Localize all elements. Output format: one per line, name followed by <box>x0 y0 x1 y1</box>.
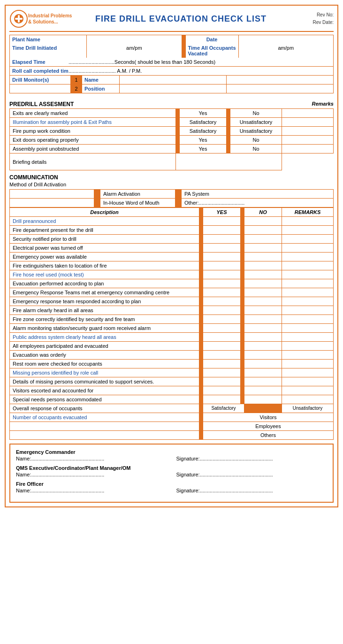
check-yes-8[interactable] <box>203 288 241 297</box>
check-yes-14[interactable] <box>203 342 241 351</box>
check-no-15[interactable] <box>244 351 282 360</box>
check-rem-9[interactable] <box>282 297 334 306</box>
check-label-22: Number of occupants evacuated <box>10 413 199 422</box>
check-rem-2[interactable] <box>282 235 334 244</box>
check-no-18[interactable] <box>244 377 282 386</box>
check-rem-16[interactable] <box>282 360 334 368</box>
check-sep-emp <box>199 422 203 431</box>
check-rem-18[interactable] <box>282 377 334 386</box>
time-all-ampm[interactable]: am/pm <box>239 44 333 58</box>
check-yes-9[interactable] <box>203 297 241 306</box>
check-no-4[interactable] <box>244 253 282 261</box>
check-no-6[interactable] <box>244 270 282 279</box>
predrill-col2-1[interactable]: Unsatisfactory <box>230 118 282 127</box>
check-rem-20[interactable] <box>282 395 334 404</box>
check-rem-0[interactable] <box>282 217 334 226</box>
predrill-title: PREDRILL ASSESMENT <box>9 101 74 107</box>
check-rem-12[interactable] <box>282 324 334 333</box>
predrill-col2-4[interactable]: No <box>230 145 282 153</box>
predrill-col1-1[interactable]: Satisfactory <box>180 118 227 127</box>
check-rem-6[interactable] <box>282 270 334 279</box>
check-yes-5[interactable] <box>203 261 241 270</box>
check-yes-18[interactable] <box>203 377 241 386</box>
check-yes-11[interactable] <box>203 315 241 324</box>
predrill-sep-4 <box>176 145 180 153</box>
predrill-col1-0[interactable]: Yes <box>180 109 227 118</box>
check-rem-4[interactable] <box>282 253 334 261</box>
predrill-rem-1[interactable] <box>282 118 334 127</box>
check-yes-6[interactable] <box>203 270 241 279</box>
check-yes-0[interactable] <box>203 217 241 226</box>
check-no-9[interactable] <box>244 297 282 306</box>
check-yes-13[interactable] <box>203 333 241 342</box>
monitor2-value[interactable] <box>120 84 227 93</box>
monitor1-extra[interactable] <box>227 76 333 84</box>
check-rem-5[interactable] <box>282 261 334 270</box>
predrill-col2-0[interactable]: No <box>230 109 282 118</box>
check-no-11[interactable] <box>244 315 282 324</box>
check-rem-17[interactable] <box>282 368 334 377</box>
check-yes-1[interactable] <box>203 226 241 235</box>
predrill-col1-4[interactable]: Yes <box>180 145 227 153</box>
check-sep1 <box>199 208 203 217</box>
check-no-2[interactable] <box>244 235 282 244</box>
check-label-16: Rest room were checked for occupants <box>10 360 199 368</box>
check-yes-4[interactable] <box>203 253 241 261</box>
check-no-3[interactable] <box>244 244 282 253</box>
check-no-8[interactable] <box>244 288 282 297</box>
check-yes-19[interactable] <box>203 386 241 395</box>
check-rem-14[interactable] <box>282 342 334 351</box>
check-sep-6 <box>199 270 203 279</box>
check-no-0[interactable] <box>244 217 282 226</box>
check-yes-15[interactable] <box>203 351 241 360</box>
predrill-col2-2[interactable]: Unsatisfactory <box>230 127 282 136</box>
check-rem-8[interactable] <box>282 288 334 297</box>
predrill-rem-2[interactable] <box>282 127 334 136</box>
check-yes-16[interactable] <box>203 360 241 368</box>
predrill-col1-2[interactable]: Satisfactory <box>180 127 227 136</box>
check-employees-label: Employees <box>203 422 334 431</box>
check-no-10[interactable] <box>244 306 282 315</box>
check-label-8: Emergency Response Teams met at emergenc… <box>10 288 199 297</box>
check-no-16[interactable] <box>244 360 282 368</box>
predrill-col2-3[interactable]: No <box>230 136 282 145</box>
check-yes-3[interactable] <box>203 244 241 253</box>
check-yes-12[interactable] <box>203 324 241 333</box>
check-yes-2[interactable] <box>203 235 241 244</box>
monitor1-name[interactable] <box>120 76 227 84</box>
predrill-briefing-value[interactable] <box>176 153 282 170</box>
monitor1-field: Name <box>82 76 120 84</box>
check-row-9: Emergency response team responded accord… <box>10 297 334 306</box>
check-no-5[interactable] <box>244 261 282 270</box>
check-no-17[interactable] <box>244 368 282 377</box>
check-rem-11[interactable] <box>282 315 334 324</box>
check-no-7[interactable] <box>244 279 282 288</box>
plant-name-value[interactable] <box>87 35 182 44</box>
check-rem-7[interactable] <box>282 279 334 288</box>
check-satisfactory-21[interactable]: Satisfactory <box>203 404 244 413</box>
check-no-12[interactable] <box>244 324 282 333</box>
check-rem-15[interactable] <box>282 351 334 360</box>
predrill-rem-0[interactable] <box>282 109 334 118</box>
monitor2-extra[interactable] <box>227 84 333 93</box>
check-yes-20[interactable] <box>203 395 241 404</box>
predrill-col1-3[interactable]: Yes <box>180 136 227 145</box>
check-yes-7[interactable] <box>203 279 241 288</box>
check-no-1[interactable] <box>244 226 282 235</box>
check-yes-17[interactable] <box>203 368 241 377</box>
check-no-13[interactable] <box>244 333 282 342</box>
check-rem-10[interactable] <box>282 306 334 315</box>
check-no-19[interactable] <box>244 386 282 395</box>
check-rem-3[interactable] <box>282 244 334 253</box>
check-rem-1[interactable] <box>282 226 334 235</box>
check-yes-10[interactable] <box>203 306 241 315</box>
predrill-rem-3[interactable] <box>282 136 334 145</box>
check-rem-19[interactable] <box>282 386 334 395</box>
date-value[interactable] <box>239 35 333 44</box>
predrill-rem-4[interactable] <box>282 145 334 153</box>
time-drill-ampm[interactable]: am/pm <box>87 44 182 58</box>
check-no-14[interactable] <box>244 342 282 351</box>
check-no-20[interactable] <box>244 395 282 404</box>
check-rem-13[interactable] <box>282 333 334 342</box>
check-unsatisfactory-21[interactable]: Unsatisfactory <box>282 404 334 413</box>
